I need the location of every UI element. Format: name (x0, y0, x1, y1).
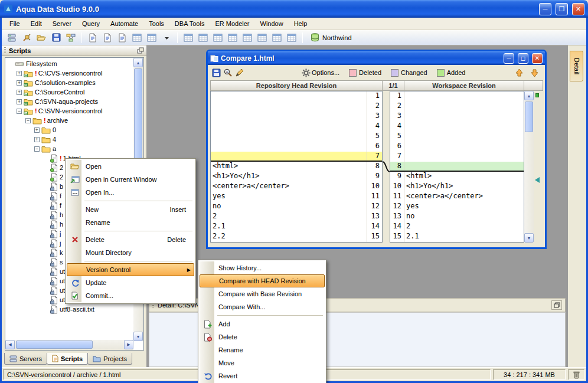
compare-vertical-scrollbar[interactable]: ▲ ▼ (524, 91, 534, 243)
menu-tools[interactable]: Tools (143, 18, 169, 30)
previous-diff-icon[interactable] (513, 67, 525, 78)
menu-item-update[interactable]: Update (67, 276, 194, 289)
grid-view-5-icon[interactable] (241, 31, 254, 44)
compare-close-button[interactable]: ✕ (532, 53, 543, 64)
grid-view-2-icon[interactable] (197, 31, 210, 44)
expand-icon[interactable]: + (34, 137, 40, 142)
tree-item-c-svn-aqua-projects[interactable]: +C:\SVN-aqua-projects (5, 97, 133, 106)
minimize-button[interactable]: ─ (539, 3, 551, 15)
tree-item-filesystem[interactable]: Filesystem (5, 59, 133, 68)
expand-icon[interactable]: + (17, 71, 22, 76)
expand-icon[interactable]: + (17, 80, 22, 86)
search-icon[interactable]: A (222, 67, 234, 78)
menu-file[interactable]: File (4, 18, 25, 30)
menu-item-rename[interactable]: Rename (67, 216, 194, 229)
expand-icon[interactable]: + (17, 90, 22, 95)
menu-window[interactable]: Window (255, 18, 289, 30)
save-icon[interactable] (210, 67, 222, 78)
tree-horizontal-scrollbar[interactable]: ◀ ▶ (5, 340, 133, 350)
menu-automate[interactable]: Automate (105, 18, 143, 30)
tab-scripts[interactable]: Scripts (47, 353, 88, 365)
menu-item-open-in[interactable]: Open In... (67, 186, 194, 199)
menu-item-version-control[interactable]: Version Control▶ (67, 263, 194, 276)
grid-view-6-icon[interactable] (256, 31, 269, 44)
menu-item-compare-with-head-revision[interactable]: Compare with HEAD Revision (200, 274, 325, 287)
grid-view-7-icon[interactable] (270, 31, 283, 44)
menu-edit[interactable]: Edit (25, 18, 47, 30)
open-file-icon[interactable] (35, 31, 48, 44)
menu-item-show-history[interactable]: Show History... (200, 261, 325, 274)
scroll-right-icon[interactable]: ▶ (124, 340, 133, 349)
tree-item-archive[interactable]: −!archive (5, 116, 133, 125)
menu-item-move[interactable]: Move (200, 356, 325, 369)
collapse-icon[interactable]: − (34, 146, 40, 152)
edit-pen-icon[interactable] (234, 67, 246, 78)
query-builder-icon[interactable] (101, 31, 114, 44)
tab-projects[interactable]: Projects (87, 353, 132, 365)
undock-panel-icon[interactable] (137, 47, 144, 54)
connect-server-icon[interactable] (20, 31, 33, 44)
tree-item-4[interactable]: +4 (5, 135, 133, 144)
menu-item-compare-with-base-revision[interactable]: Compare with Base Revision (200, 287, 325, 300)
repository-revision-pane[interactable]: 1234567<html>8<h1>Yo</h1>9<center>a</cen… (210, 91, 383, 243)
compare-maximize-button[interactable]: ◻ (518, 53, 528, 64)
trash-icon[interactable] (573, 371, 580, 379)
tree-hscroll-thumb[interactable] (16, 341, 93, 349)
menu-item-open-in-current-window[interactable]: Open in Current Window (67, 173, 194, 186)
menu-item-add[interactable]: Add (200, 317, 325, 330)
collapse-icon[interactable]: − (17, 109, 22, 114)
schema-browser-icon[interactable] (64, 31, 77, 44)
scroll-left-icon[interactable]: ◀ (5, 340, 15, 349)
menu-item-commit[interactable]: Commit... (67, 289, 194, 302)
menu-item-delete[interactable]: DeleteDelete (67, 233, 194, 246)
tree-item-a[interactable]: −a (5, 144, 133, 153)
scroll-down-icon[interactable]: ▼ (524, 233, 534, 243)
scroll-up-icon[interactable]: ▲ (524, 91, 534, 100)
menu-er-modeler[interactable]: ER Modeler (210, 18, 254, 30)
procedure-editor-icon[interactable] (116, 31, 129, 44)
tree-item-0[interactable]: +0 (5, 125, 133, 135)
expand-icon[interactable]: + (34, 127, 40, 133)
tree-item-utf8-ascii-txt[interactable]: utf8-ascii.txt (5, 305, 133, 314)
connection-selector[interactable]: Northwind (307, 31, 355, 44)
grid-view-4-icon[interactable] (226, 31, 239, 44)
menu-item-new[interactable]: NewInsert (67, 203, 194, 216)
compare-minimize-button[interactable]: ─ (504, 53, 514, 64)
restore-button[interactable]: ❐ (556, 3, 568, 15)
menu-help[interactable]: Help (289, 18, 313, 30)
menu-server[interactable]: Server (47, 18, 77, 30)
menu-item-compare-with[interactable]: Compare With... (200, 300, 325, 313)
menu-item-delete[interactable]: Delete (200, 330, 325, 343)
tree-item-c-cvs-versioncontrol[interactable]: +!C:\CVS-versioncontrol (5, 68, 133, 78)
menu-item-open[interactable]: Open (67, 160, 194, 173)
query-analyzer-icon[interactable] (86, 31, 99, 44)
grid-view-1-icon[interactable] (182, 31, 195, 44)
compare-vscroll-thumb[interactable] (525, 102, 533, 132)
save-file-icon[interactable] (50, 31, 63, 44)
menu-item-mount-directory[interactable]: Mount Directory (67, 246, 194, 259)
grid-view-8-icon[interactable] (285, 31, 298, 44)
scroll-down-icon[interactable]: ▼ (133, 332, 143, 341)
added-diff-marker[interactable] (535, 93, 539, 97)
expand-icon[interactable]: + (17, 99, 22, 104)
menu-item-revert[interactable]: Revert (200, 369, 325, 382)
menu-query[interactable]: Query (77, 18, 105, 30)
tree-item-c-solution-examples[interactable]: +C:\solution-examples (5, 78, 133, 87)
register-server-icon[interactable] (5, 31, 18, 44)
grid-view-3-icon[interactable] (211, 31, 224, 44)
detail-dock-tab[interactable]: Detail (570, 51, 583, 81)
detail-restore-icon[interactable] (551, 300, 562, 310)
tree-item-c-svn-versioncontrol[interactable]: −!C:\SVN-versioncontrol (5, 106, 133, 116)
results-grid-icon[interactable] (145, 31, 158, 44)
more-tools-icon[interactable] (160, 31, 173, 44)
table-data-editor-icon[interactable] (130, 31, 143, 44)
close-button[interactable]: ✕ (572, 3, 584, 15)
options-button[interactable]: Options... (312, 69, 339, 76)
menu-dba-tools[interactable]: DBA Tools (169, 18, 210, 30)
workspace-revision-pane[interactable]: 123456789<html>10<h1>Yo</h1>11<center>a<… (390, 91, 524, 243)
menu-item-rename[interactable]: Rename (200, 343, 325, 356)
tree-item-c-sourcecontrol[interactable]: +C:\SourceControl (5, 87, 133, 97)
next-diff-icon[interactable] (528, 67, 540, 78)
scroll-up-icon[interactable]: ▲ (133, 58, 143, 67)
collapse-icon[interactable]: − (25, 118, 31, 123)
